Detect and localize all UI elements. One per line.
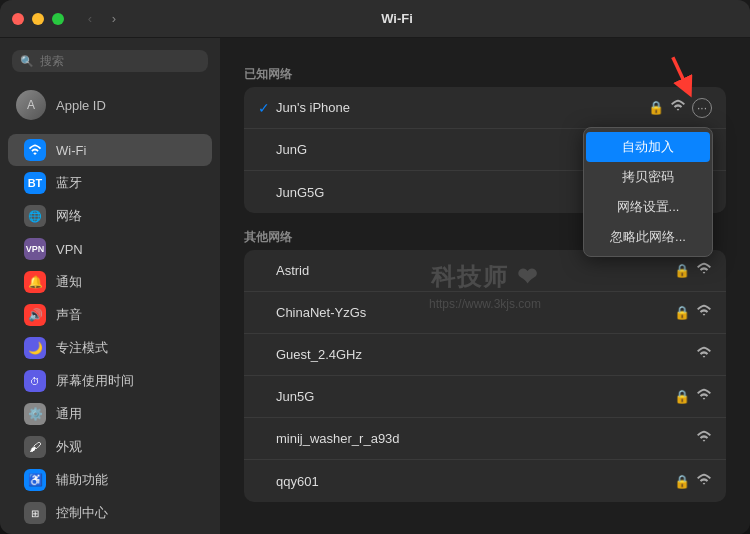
no-checkmark: ✓ — [258, 184, 276, 200]
sidebar-item-sound[interactable]: 🔊 声音 — [8, 299, 212, 331]
known-networks-title: 已知网络 — [244, 66, 726, 83]
lock-icon: 🔒 — [674, 474, 690, 489]
sidebar-item-label-general: 通用 — [56, 405, 82, 423]
sidebar-item-control[interactable]: ⊞ 控制中心 — [8, 497, 212, 529]
sidebar-item-accessibility[interactable]: ♿ 辅助功能 — [8, 464, 212, 496]
network-name: Astrid — [276, 263, 674, 278]
search-input[interactable] — [40, 54, 200, 68]
wifi-icon — [696, 261, 712, 280]
context-menu-item-copy-pw[interactable]: 拷贝密码 — [584, 162, 712, 192]
focus-icon: 🌙 — [24, 337, 46, 359]
sidebar-item-label-accessibility: 辅助功能 — [56, 471, 108, 489]
screentime-icon: ⏱ — [24, 370, 46, 392]
content-area: 科技师 ❤ https://www.3kjs.com 已知网络 — [220, 38, 750, 534]
sidebar-item-general[interactable]: ⚙️ 通用 — [8, 398, 212, 430]
lock-icon: 🔒 — [674, 263, 690, 278]
control-icon: ⊞ — [24, 502, 46, 524]
wifi-icon — [696, 387, 712, 406]
context-menu-item-forget[interactable]: 忽略此网络... — [584, 222, 712, 252]
vpn-icon: VPN — [24, 238, 46, 260]
network-name: Jun's iPhone — [276, 100, 648, 115]
general-icon: ⚙️ — [24, 403, 46, 425]
table-row: ✓ Jun's iPhone 🔒 ··· — [244, 87, 726, 129]
lock-icon: 🔒 — [648, 100, 664, 115]
system-preferences-window: ‹ › Wi-Fi 🔍 A Apple ID Wi-Fi — [0, 0, 750, 534]
network-name: qqy601 — [276, 474, 674, 489]
sidebar-item-label-appearance: 外观 — [56, 438, 82, 456]
sidebar-item-appearance[interactable]: 🖌 外观 — [8, 431, 212, 463]
sidebar-item-vpn[interactable]: VPN VPN — [8, 233, 212, 265]
wifi-icon — [696, 303, 712, 322]
search-icon: 🔍 — [20, 55, 34, 68]
sidebar-item-siri[interactable]: S Siri 与聚焦 — [8, 530, 212, 534]
sidebar-item-label-notification: 通知 — [56, 273, 82, 291]
sidebar-item-notification[interactable]: 🔔 通知 — [8, 266, 212, 298]
appearance-icon: 🖌 — [24, 436, 46, 458]
minimize-button[interactable] — [32, 13, 44, 25]
wifi-icon — [24, 139, 46, 161]
known-networks-list: ✓ Jun's iPhone 🔒 ··· — [244, 87, 726, 213]
notification-icon: 🔔 — [24, 271, 46, 293]
lock-icon: 🔒 — [674, 389, 690, 404]
window-title: Wi-Fi — [56, 11, 738, 26]
context-menu-item-network-settings[interactable]: 网络设置... — [584, 192, 712, 222]
network-name: ChinaNet-YzGs — [276, 305, 674, 320]
sidebar-item-label-control: 控制中心 — [56, 504, 108, 522]
titlebar: ‹ › Wi-Fi — [0, 0, 750, 38]
checkmark-icon: ✓ — [258, 100, 276, 116]
wifi-icon — [696, 472, 712, 491]
sidebar-item-focus[interactable]: 🌙 专注模式 — [8, 332, 212, 364]
table-row: ✓ Jun5G 🔒 — [244, 376, 726, 418]
bluetooth-icon: BT — [24, 172, 46, 194]
sound-icon: 🔊 — [24, 304, 46, 326]
sidebar-item-label-network: 网络 — [56, 207, 82, 225]
sidebar-item-network[interactable]: 🌐 网络 — [8, 200, 212, 232]
sidebar: 🔍 A Apple ID Wi-Fi BT 蓝牙 — [0, 38, 220, 534]
sidebar-item-bluetooth[interactable]: BT 蓝牙 — [8, 167, 212, 199]
apple-id-section[interactable]: A Apple ID — [0, 84, 220, 126]
sidebar-item-wifi[interactable]: Wi-Fi — [8, 134, 212, 166]
wifi-icon — [696, 429, 712, 448]
sidebar-item-label-screentime: 屏幕使用时间 — [56, 372, 134, 390]
sidebar-item-screentime[interactable]: ⏱ 屏幕使用时间 — [8, 365, 212, 397]
network-name: Jun5G — [276, 389, 674, 404]
table-row: ✓ qqy601 🔒 — [244, 460, 726, 502]
main-content: 🔍 A Apple ID Wi-Fi BT 蓝牙 — [0, 38, 750, 534]
sidebar-item-label-vpn: VPN — [56, 242, 83, 257]
lock-icon: 🔒 — [674, 305, 690, 320]
avatar: A — [16, 90, 46, 120]
close-button[interactable] — [12, 13, 24, 25]
network-icon: 🌐 — [24, 205, 46, 227]
sidebar-item-label-bt: 蓝牙 — [56, 174, 82, 192]
network-name: minij_washer_r_a93d — [276, 431, 696, 446]
sidebar-item-label-wifi: Wi-Fi — [56, 143, 86, 158]
no-checkmark: ✓ — [258, 142, 276, 158]
apple-id-label: Apple ID — [56, 98, 106, 113]
context-menu-item-auto-join[interactable]: 自动加入 — [586, 132, 710, 162]
sidebar-item-label-focus: 专注模式 — [56, 339, 108, 357]
accessibility-icon: ♿ — [24, 469, 46, 491]
context-menu: 自动加入 拷贝密码 网络设置... 忽略此网络... — [583, 127, 713, 257]
wifi-icon — [696, 345, 712, 364]
table-row: ✓ minij_washer_r_a93d — [244, 418, 726, 460]
sidebar-item-label-sound: 声音 — [56, 306, 82, 324]
svg-line-1 — [665, 57, 696, 88]
table-row: ✓ Guest_2.4GHz — [244, 334, 726, 376]
table-row: ✓ ChinaNet-YzGs 🔒 — [244, 292, 726, 334]
other-networks-list: ✓ Astrid 🔒 ✓ ChinaNet-YzGs — [244, 250, 726, 502]
network-name: Guest_2.4GHz — [276, 347, 696, 362]
search-bar[interactable]: 🔍 — [12, 50, 208, 72]
more-button[interactable]: ··· 自动加入 拷贝密码 网络设置... 忽略此网络... — [692, 98, 712, 118]
